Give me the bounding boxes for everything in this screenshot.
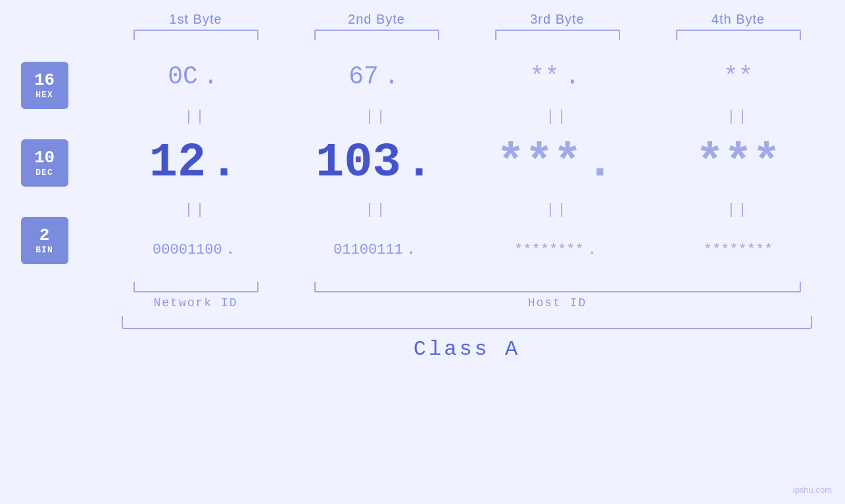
eq1-c2: || [286,108,467,125]
bin-badge: 2 BIN [21,217,68,264]
bin-number: 2 [39,226,50,245]
base-labels: 16 HEX 10 DEC 2 BIN [0,47,89,279]
dec-b1: 12 [149,136,206,190]
bracket-cell-3 [467,30,648,40]
col-header-2: 2nd Byte [286,12,467,27]
hex-row: 0C . 67 . ** . ** [89,47,845,106]
top-brackets-row [45,30,846,40]
class-label: Class A [414,337,520,361]
hex-dot-1: . [203,62,218,91]
bin-b1: 00001100 [153,242,222,258]
dec-cell-2: 103 . [286,136,467,190]
bin-row: 00001100 . 01100111 . ******** . *******… [89,220,845,279]
bin-cell-4: ******** [648,242,829,258]
content-area: 16 HEX 10 DEC 2 BIN 0C . 67 [0,47,845,279]
bin-cell-1: 00001100 . [105,242,286,258]
main-container: 1st Byte 2nd Byte 3rd Byte 4th Byte 16 H… [0,0,845,504]
hex-b4: ** [723,62,754,91]
bracket-top-1 [133,30,258,40]
column-headers: 1st Byte 2nd Byte 3rd Byte 4th Byte [45,0,846,27]
col-header-3: 3rd Byte [467,12,648,27]
hex-number: 16 [34,71,55,90]
dec-cell-3: *** . [467,136,648,190]
bin-cell-2: 01100111 . [286,242,467,258]
dec-dot-3: . [586,139,614,187]
dec-b3: *** [496,136,582,190]
class-label-row: Class A [45,337,846,361]
bottom-brackets-row [89,282,845,292]
id-labels-row: Network IDHost ID [89,296,845,309]
dec-dot-2: . [405,139,433,187]
hex-badge: 16 HEX [21,62,68,109]
bin-b4: ******** [704,242,773,258]
dec-row: 12 . 103 . *** . *** [89,127,845,199]
hex-dot-3: . [565,62,580,91]
bin-cell-3: ******** . [467,242,648,258]
bin-b2: 01100111 [333,242,403,258]
bracket-cell-1 [105,30,286,40]
dec-cell-4: *** [648,136,829,190]
col-header-1: 1st Byte [105,12,286,27]
hex-cell-2: 67 . [286,62,467,91]
eq1-c1: || [105,108,286,125]
equals-row-2: || || || || [89,199,845,220]
col-header-4: 4th Byte [648,12,829,27]
hex-dot-2: . [384,62,399,91]
bin-dot-1: . [226,242,235,258]
dec-b2: 103 [316,136,401,190]
equals-row-1: || || || || [89,106,845,127]
dec-b4: *** [696,136,781,190]
big-bracket-row [89,316,845,329]
eq2-c2: || [286,202,467,218]
dec-dot-1: . [210,139,238,187]
bracket-top-4 [676,30,801,40]
bracket-cell-4 [648,30,829,40]
bin-label: BIN [36,245,53,255]
hex-cell-3: ** . [467,62,648,91]
bin-dot-2: . [407,242,416,258]
hex-cell-1: 0C . [105,62,286,91]
watermark: ipshu.com [793,485,832,495]
hex-b2: 67 [349,62,379,91]
bracket-top-3 [495,30,620,40]
dec-badge: 10 DEC [21,139,68,187]
dec-number: 10 [34,149,55,168]
bin-b3: ******** [514,242,584,258]
hex-cell-4: ** [648,62,829,91]
bin-dot-3: . [588,242,596,258]
bracket-top-2 [314,30,439,40]
eq1-c4: || [648,108,829,125]
eq2-c4: || [648,202,829,218]
dec-label: DEC [36,168,53,177]
dec-cell-1: 12 . [105,136,286,190]
hex-b1: 0C [168,62,198,91]
data-rows: 0C . 67 . ** . ** || || || [89,47,845,279]
hex-b3: ** [529,62,560,91]
bracket-cell-2 [286,30,467,40]
eq2-c3: || [467,202,648,218]
eq1-c3: || [467,108,648,125]
hex-label: HEX [36,90,53,100]
eq2-c1: || [105,202,286,218]
